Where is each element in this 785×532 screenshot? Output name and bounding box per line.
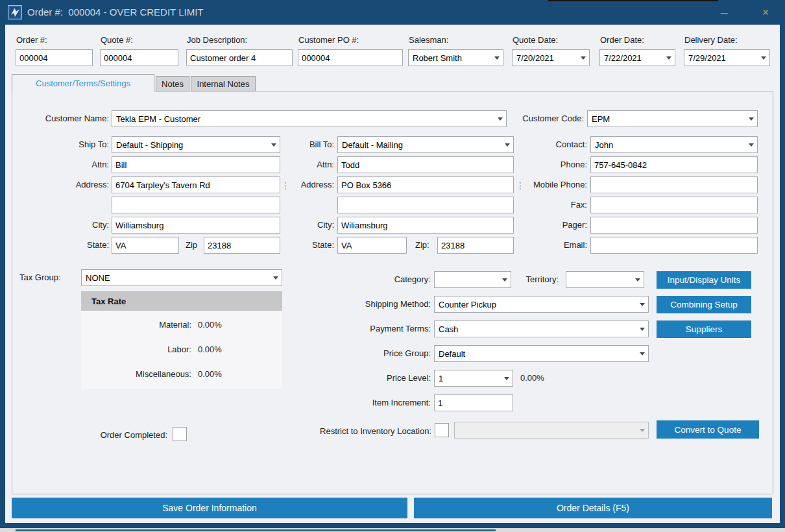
mobile-phone-input[interactable] [590,176,758,193]
save-order-information-button[interactable]: Save Order Information [12,498,407,518]
order-entry-window: Order #: 000004 - OVER CREDIT LIMIT – × … [0,0,785,532]
ship-to-select[interactable]: Default - Shipping [112,136,280,153]
restrict-location-select[interactable] [454,422,649,439]
screen-artifact [548,0,718,1]
chevron-down-icon [270,270,282,285]
pager-label: Pager: [518,220,587,230]
fax-input[interactable] [590,197,758,213]
job-description-input[interactable] [186,49,293,66]
tax-group-select[interactable]: NONE [81,269,282,286]
quote-number-input[interactable] [100,49,178,66]
price-group-label: Price Group: [285,348,431,358]
customer-po-input[interactable] [298,49,403,66]
ship-address1-input[interactable] [112,176,280,193]
fax-label: Fax: [518,200,587,210]
bill-zip-input[interactable] [437,237,514,254]
shipping-method-select[interactable]: Counter Pickup [434,296,649,313]
ship-attn-input[interactable] [112,156,280,173]
close-button[interactable]: × [750,0,781,25]
ship-zip-label: Zip [186,240,197,250]
tab-notes[interactable]: Notes [156,76,189,91]
minimize-button[interactable]: – [708,0,740,25]
shipping-method-label: Shipping Method: [285,299,431,309]
category-select[interactable] [434,271,511,288]
chevron-down-icon [636,422,648,438]
customer-name-select[interactable]: Tekla EPM - Customer [112,110,507,127]
customer-name-label: Customer Name: [16,114,109,123]
suppliers-button[interactable]: Suppliers [657,320,751,338]
bill-address2-input[interactable] [337,197,514,213]
chevron-down-icon [636,346,648,361]
bill-to-label: Bill To: [278,139,334,149]
tax-labor-value: 0.00% [198,345,222,354]
bill-city-input[interactable] [337,217,514,234]
order-completed-checkbox[interactable] [173,427,187,441]
contact-select[interactable]: John [590,136,758,153]
delivery-date-label: Delivery Date: [684,35,738,45]
restrict-inventory-label: Restrict to Inventory Location: [247,426,431,436]
customer-po-label: Customer PO #: [298,35,359,45]
order-details-button[interactable]: Order Details (F5) [414,498,772,518]
contact-label: Contact: [518,139,587,149]
bill-to-select[interactable]: Default - Mailing [337,136,514,153]
chevron-down-icon [636,321,648,337]
tab-internal-notes[interactable]: Internal Notes [191,76,256,91]
payment-terms-select[interactable]: Cash [434,320,649,337]
phone-input[interactable] [590,156,758,173]
pager-input[interactable] [590,217,758,234]
price-level-percent: 0.00% [520,373,544,383]
mobile-phone-label: Mobile Phone: [518,180,587,189]
phone-label: Phone: [518,160,587,169]
ship-city-input[interactable] [112,217,280,234]
restrict-inventory-checkbox[interactable] [435,423,449,437]
item-increment-input[interactable] [434,394,513,411]
price-level-select[interactable]: 1 [434,370,513,387]
ship-address-label: Address: [13,180,109,189]
price-group-select[interactable]: Default [434,345,649,362]
job-description-label: Job Description: [187,35,247,45]
bill-state-input[interactable] [337,237,407,254]
tax-material-value: 0.00% [198,320,222,330]
email-input[interactable] [590,237,758,254]
ship-zip-input[interactable] [204,237,280,254]
delivery-date-select[interactable]: 7/29/2021 [684,49,770,66]
salesman-select[interactable]: Robert Smith [408,49,503,66]
combining-setup-button[interactable]: Combining Setup [657,296,751,313]
chevron-down-icon [632,272,644,287]
titlebar: Order #: 000004 - OVER CREDIT LIMIT – × [0,0,785,25]
ship-attn-label: Attn: [13,160,109,169]
customer-code-select[interactable]: EPM [587,110,758,127]
chevron-down-icon [758,50,769,66]
quote-date-select[interactable]: 7/20/2021 [512,49,590,66]
tab-customer-terms-settings[interactable]: Customer/Terms/Settings [12,74,154,91]
bill-attn-input[interactable] [337,156,514,173]
ship-state-input[interactable] [112,237,179,254]
chevron-down-icon [663,50,675,66]
tax-rate-panel: Tax Rate Material: 0.00% Labor: 0.00% Mi… [81,291,282,389]
chevron-down-icon [501,370,513,386]
ship-address2-input[interactable] [112,197,280,213]
tax-group-label: Tax Group: [19,272,61,282]
convert-to-quote-button[interactable]: Convert to Quote [657,420,759,439]
order-number-input[interactable] [16,49,93,66]
chevron-down-icon [491,50,503,66]
territory-select[interactable] [566,271,644,288]
payment-terms-label: Payment Terms: [285,324,431,333]
tax-misc-value: 0.00% [198,369,222,379]
bill-city-label: City: [278,220,334,230]
price-level-label: Price Level: [285,373,431,383]
window-title: Order #: 000004 - OVER CREDIT LIMIT [27,6,203,18]
order-completed-label: Order Completed: [13,430,167,440]
order-date-select[interactable]: 7/22/2021 [599,49,675,66]
tax-rate-title: Tax Rate [81,296,126,306]
bill-address1-input[interactable] [337,176,514,193]
input-display-units-button[interactable]: Input/Display Units [657,271,751,289]
quote-date-label: Quote Date: [513,35,558,45]
chevron-down-icon [745,137,757,152]
chevron-down-icon [745,111,757,127]
chevron-down-icon [501,137,513,152]
chevron-down-icon [636,296,648,312]
territory-label: Territory: [514,274,559,284]
desktop-artifact-line [16,529,496,531]
ship-state-label: State: [13,240,109,250]
